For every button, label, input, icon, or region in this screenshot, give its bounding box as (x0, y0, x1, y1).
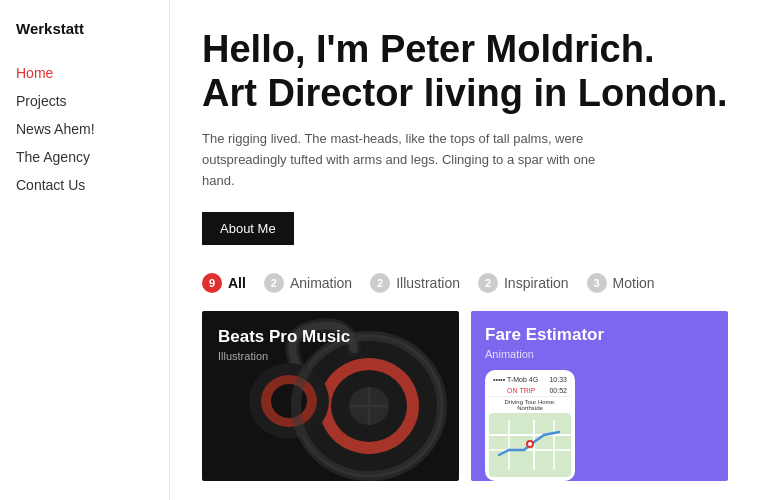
sidebar-nav: Home Projects News Ahem! The Agency Cont… (16, 61, 153, 197)
filter-label-inspiration: Inspiration (504, 275, 569, 291)
sidebar-item-agency[interactable]: The Agency (16, 145, 153, 169)
main-content: Hello, I'm Peter Moldrich. Art Director … (170, 0, 760, 500)
beats-title: Beats Pro Music (218, 327, 350, 347)
sidebar: Werkstatt Home Projects News Ahem! The A… (0, 0, 170, 500)
filter-label-motion: Motion (613, 275, 655, 291)
filter-badge-motion: 3 (587, 273, 607, 293)
phone-carrier: ••••• T-Mob 4G (493, 376, 538, 383)
site-title: Werkstatt (16, 20, 153, 37)
about-me-button[interactable]: About Me (202, 212, 294, 245)
filter-inspiration[interactable]: 2 Inspiration (478, 273, 569, 293)
hero-section: Hello, I'm Peter Moldrich. Art Director … (202, 28, 728, 273)
filter-badge-illustration: 2 (370, 273, 390, 293)
filter-motion[interactable]: 3 Motion (587, 273, 655, 293)
card-fare[interactable]: Fare Estimator Animation ••••• T-Mob 4G … (471, 311, 728, 481)
phone-status: ••••• T-Mob 4G 10:33 (489, 374, 571, 385)
sidebar-item-contact[interactable]: Contact Us (16, 173, 153, 197)
fare-category: Animation (485, 348, 714, 360)
fare-title: Fare Estimator (485, 325, 714, 345)
phone-address: Driving Tour Home: Northside (489, 397, 571, 413)
fare-card-text: Fare Estimator Animation (471, 311, 728, 366)
svg-point-18 (528, 442, 532, 446)
map-svg (489, 413, 571, 477)
filter-bar: 9 All 2 Animation 2 Illustration 2 Inspi… (202, 273, 728, 293)
filter-badge-inspiration: 2 (478, 273, 498, 293)
phone-time: 10:33 (549, 376, 567, 383)
phone-trip-label: ON TRIP 00:52 (489, 385, 571, 397)
filter-badge-animation: 2 (264, 273, 284, 293)
portfolio-grid: Beats Pro Music Illustration (202, 311, 728, 481)
filter-illustration[interactable]: 2 Illustration (370, 273, 460, 293)
hero-subtitle: The rigging lived. The mast-heads, like … (202, 129, 602, 191)
filter-badge-all: 9 (202, 273, 222, 293)
filter-all[interactable]: 9 All (202, 273, 246, 293)
card-beats[interactable]: Beats Pro Music Illustration (202, 311, 459, 481)
phone-mockup: ••••• T-Mob 4G 10:33 ON TRIP 00:52 Drivi… (485, 370, 575, 481)
sidebar-item-news[interactable]: News Ahem! (16, 117, 153, 141)
sidebar-item-home[interactable]: Home (16, 61, 153, 85)
phone-map (489, 413, 571, 477)
filter-animation[interactable]: 2 Animation (264, 273, 352, 293)
filter-label-animation: Animation (290, 275, 352, 291)
filter-label-all: All (228, 275, 246, 291)
beats-card-text: Beats Pro Music Illustration (218, 327, 350, 362)
hero-title: Hello, I'm Peter Moldrich. Art Director … (202, 28, 728, 115)
filter-label-illustration: Illustration (396, 275, 460, 291)
sidebar-item-projects[interactable]: Projects (16, 89, 153, 113)
beats-category: Illustration (218, 350, 350, 362)
